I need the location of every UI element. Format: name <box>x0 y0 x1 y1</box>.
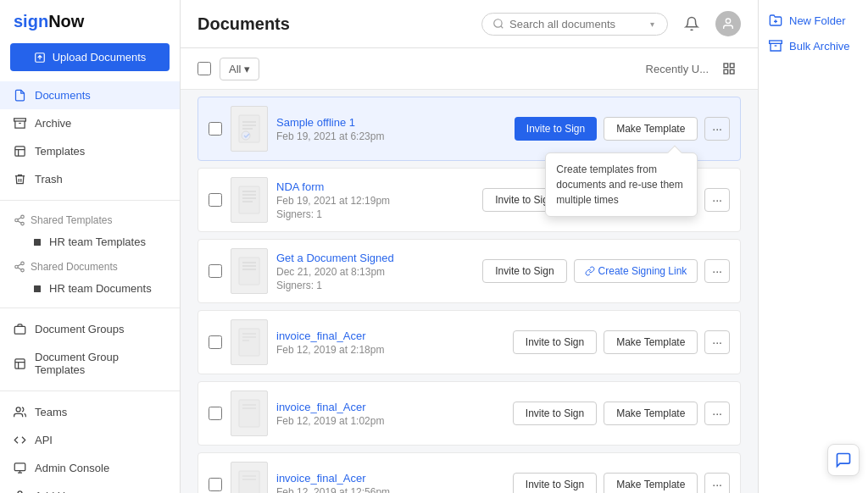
filter-chevron-icon: ▾ <box>244 63 250 75</box>
sidebar-item-admin-console-label: Admin Console <box>35 462 109 474</box>
doc-name[interactable]: invoice_final_Acer <box>276 330 366 342</box>
sidebar-item-hr-team-documents[interactable]: HR team Documents <box>0 276 180 301</box>
invite-to-sign-button[interactable]: Invite to Sign <box>513 330 597 354</box>
document-row: invoice_final_Acer Feb 12, 2019 at 12:56… <box>198 452 741 493</box>
toolbar-right: Recently U... <box>646 57 741 80</box>
svg-point-27 <box>726 19 730 23</box>
sidebar: signNow Upload Documents Documents Archi… <box>0 0 181 493</box>
avatar[interactable] <box>715 11 741 36</box>
make-template-button[interactable]: Make Template <box>604 117 698 141</box>
svg-point-4 <box>21 215 25 218</box>
svg-rect-53 <box>239 471 259 493</box>
invite-to-sign-button[interactable]: Invite to Sign <box>482 259 566 283</box>
more-options-button-5[interactable]: ··· <box>704 402 730 425</box>
sidebar-item-documents[interactable]: Documents <box>0 81 180 109</box>
more-options-button-2[interactable]: ··· <box>704 188 730 212</box>
sidebar-item-api[interactable]: API <box>0 426 180 454</box>
doc-thumbnail <box>231 248 268 294</box>
bulk-archive-button[interactable]: Bulk Archive <box>769 39 858 53</box>
doc-thumbnail <box>231 391 268 436</box>
sidebar-item-archive[interactable]: Archive <box>0 109 180 137</box>
doc-name[interactable]: NDA form <box>276 180 324 193</box>
logo-prefix: sign <box>14 12 48 30</box>
doc-info: invoice_final_Acer Feb 12, 2019 at 1:02p… <box>276 401 504 427</box>
doc-name[interactable]: invoice_final_Acer <box>276 472 366 485</box>
sidebar-item-admin-console[interactable]: Admin Console <box>0 454 180 482</box>
select-all-checkbox[interactable] <box>198 62 211 75</box>
svg-rect-42 <box>239 258 259 285</box>
svg-point-10 <box>21 262 25 265</box>
sidebar-item-document-group-templates[interactable]: Document Group Templates <box>0 343 180 384</box>
doc-date: Dec 21, 2020 at 8:13pm <box>276 266 474 278</box>
doc-actions: Invite to Sign Create Signing Link ··· <box>482 259 730 283</box>
make-template-button[interactable]: Make Template <box>604 473 698 493</box>
logo-suffix: Now <box>48 12 84 30</box>
doc-name[interactable]: invoice_final_Acer <box>276 401 366 413</box>
invite-to-sign-button[interactable]: Invite to Sign <box>513 402 597 425</box>
invite-to-sign-button[interactable]: Invite to Sign <box>513 473 597 493</box>
sidebar-item-document-groups[interactable]: Document Groups <box>0 315 180 343</box>
more-options-button-6[interactable]: ··· <box>704 473 730 493</box>
invite-to-sign-button[interactable]: Invite to Sign <box>515 117 597 141</box>
doc-date: Feb 12, 2019 at 12:56pm <box>276 486 504 494</box>
svg-point-36 <box>242 131 250 140</box>
make-template-button[interactable]: Make Template <box>604 330 698 354</box>
filter-button[interactable]: All ▾ <box>220 58 259 80</box>
doc-name[interactable]: Sample offline 1 <box>276 116 355 129</box>
doc-checkbox-1[interactable] <box>209 122 222 136</box>
doc-thumbnail <box>231 319 268 365</box>
make-template-container: Make Template Create templates from docu… <box>604 117 698 141</box>
grid-view-icon[interactable] <box>717 57 741 80</box>
sidebar-item-teams[interactable]: Teams <box>0 398 180 426</box>
doc-checkbox-5[interactable] <box>209 407 222 420</box>
shared-documents-section[interactable]: Shared Documents <box>0 254 180 276</box>
search-input[interactable] <box>509 18 645 30</box>
document-row: invoice_final_Acer Feb 12, 2019 at 1:02p… <box>198 381 741 446</box>
sidebar-nav: Documents Archive Templates Trash Shared… <box>0 81 180 493</box>
svg-line-13 <box>18 268 21 269</box>
make-template-button[interactable]: Make Template <box>604 402 698 425</box>
shared-templates-section[interactable]: Shared Templates <box>0 208 180 230</box>
search-box: ▾ <box>481 13 668 36</box>
svg-rect-28 <box>724 64 728 68</box>
doc-checkbox-2[interactable] <box>209 193 222 207</box>
svg-rect-29 <box>730 64 734 68</box>
more-options-button-3[interactable]: ··· <box>704 259 730 283</box>
svg-rect-19 <box>14 463 25 471</box>
notification-icon[interactable] <box>678 10 705 37</box>
doc-checkbox-4[interactable] <box>209 335 222 349</box>
sidebar-item-add-user[interactable]: Add User <box>0 482 180 493</box>
shared-documents-label: Shared Documents <box>31 261 118 273</box>
more-options-button-1[interactable]: ··· <box>704 117 730 141</box>
doc-signers: Signers: 1 <box>276 208 474 220</box>
toolbar: All ▾ Recently U... <box>181 48 758 90</box>
create-signing-link-label: Create Signing Link <box>598 265 687 277</box>
document-row: invoice_final_Acer Feb 12, 2019 at 2:18p… <box>198 310 741 374</box>
doc-actions: Invite to Sign Make Template ··· <box>513 402 730 425</box>
more-options-button-4[interactable]: ··· <box>704 330 730 354</box>
svg-rect-50 <box>239 400 259 427</box>
search-chevron-icon: ▾ <box>650 19 654 29</box>
search-icon <box>492 18 504 30</box>
create-signing-link-button[interactable]: Create Signing Link <box>574 259 698 283</box>
doc-checkbox-3[interactable] <box>209 264 222 278</box>
sidebar-item-hr-team-templates[interactable]: HR team Templates <box>0 230 180 254</box>
svg-point-12 <box>21 269 25 272</box>
toolbar-left: All ▾ <box>198 58 259 80</box>
chat-fab-button[interactable] <box>827 444 860 476</box>
doc-checkbox-6[interactable] <box>209 478 222 491</box>
doc-date: Feb 19, 2021 at 6:23pm <box>276 130 506 142</box>
sidebar-item-templates[interactable]: Templates <box>0 137 180 165</box>
doc-info: Sample offline 1 Feb 19, 2021 at 6:23pm <box>276 116 506 142</box>
upload-button[interactable]: Upload Documents <box>10 43 170 71</box>
svg-rect-9 <box>34 239 41 246</box>
sidebar-item-trash-label: Trash <box>35 173 63 186</box>
doc-info: invoice_final_Acer Feb 12, 2019 at 2:18p… <box>276 330 504 356</box>
doc-name[interactable]: Get a Document Signed <box>276 252 394 264</box>
sidebar-item-trash[interactable]: Trash <box>0 165 180 193</box>
doc-info: invoice_final_Acer Feb 12, 2019 at 12:56… <box>276 472 504 494</box>
new-folder-button[interactable]: New Folder <box>769 14 858 27</box>
doc-date: Feb 12, 2019 at 1:02pm <box>276 415 504 427</box>
right-panel: New Folder Bulk Archive <box>758 0 868 493</box>
doc-info: Get a Document Signed Dec 21, 2020 at 8:… <box>276 252 474 291</box>
